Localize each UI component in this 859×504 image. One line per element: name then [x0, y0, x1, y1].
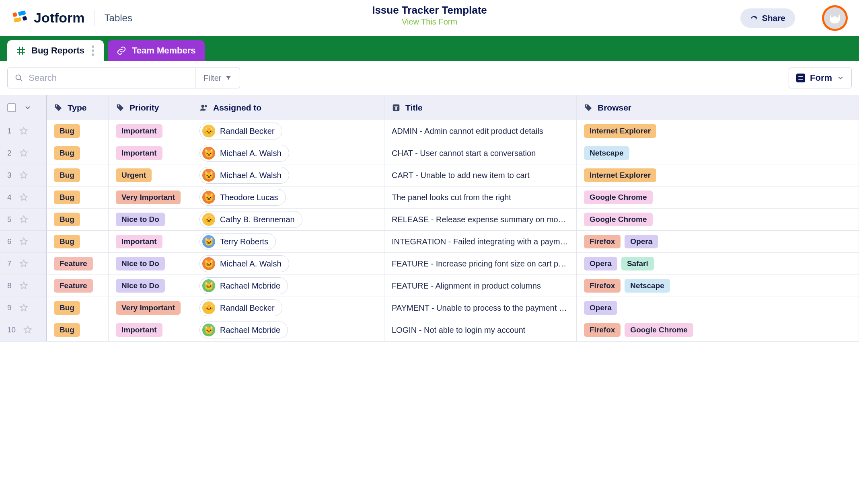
title-cell[interactable]: RELEASE - Release expense summary on mob…	[384, 209, 577, 231]
star-icon[interactable]	[19, 193, 29, 202]
table-row[interactable]: 5 BugNice to Do 🐱 Cathy B. Brenneman REL…	[0, 209, 859, 231]
search-input[interactable]	[29, 73, 188, 83]
row-number-cell[interactable]: 10	[0, 319, 47, 341]
assignee-pill[interactable]: 🐱 Michael A. Walsh	[199, 145, 289, 162]
priority-cell[interactable]: Very Important	[109, 186, 192, 209]
star-icon[interactable]	[19, 148, 29, 158]
page-title[interactable]: Issue Tracker Template	[372, 4, 487, 16]
table-row[interactable]: 8 FeatureNice to Do 🐱 Rachael Mcbride FE…	[0, 275, 859, 297]
select-all-checkbox[interactable]	[7, 103, 16, 112]
assigned-cell[interactable]: 🐱 Rachael Mcbride	[192, 275, 384, 297]
browser-cell[interactable]: FirefoxGoogle Chrome	[577, 319, 859, 341]
table-row[interactable]: 9 BugVery Important 🐱 Randall Becker PAY…	[0, 297, 859, 319]
col-header-type[interactable]: Type	[47, 95, 109, 120]
browser-cell[interactable]: Google Chrome	[577, 209, 859, 231]
col-header-browser[interactable]: Browser	[577, 95, 859, 120]
view-form-link[interactable]: View This Form	[372, 17, 487, 27]
row-number-cell[interactable]: 2	[0, 142, 47, 164]
assigned-cell[interactable]: 🐱 Michael A. Walsh	[192, 253, 384, 275]
browser-cell[interactable]: FirefoxOpera	[577, 231, 859, 253]
priority-cell[interactable]: Urgent	[109, 164, 192, 186]
assignee-pill[interactable]: 🐱 Terry Roberts	[199, 233, 276, 250]
tab-menu-icon[interactable]	[92, 45, 95, 56]
star-icon[interactable]	[19, 237, 29, 246]
type-cell[interactable]: Feature	[47, 275, 109, 297]
type-cell[interactable]: Bug	[47, 297, 109, 319]
type-cell[interactable]: Bug	[47, 186, 109, 209]
row-number-cell[interactable]: 7	[0, 253, 47, 275]
search-box[interactable]	[7, 68, 195, 88]
browser-cell[interactable]: Internet Explorer	[577, 120, 859, 142]
row-number-cell[interactable]: 3	[0, 164, 47, 186]
user-avatar[interactable]	[822, 5, 848, 31]
assigned-cell[interactable]: 🐱 Michael A. Walsh	[192, 164, 384, 186]
view-selector[interactable]: Form	[789, 68, 852, 88]
table-row[interactable]: 4 BugVery Important 🐱 Theodore Lucas The…	[0, 186, 859, 209]
row-number-cell[interactable]: 1	[0, 120, 47, 142]
table-row[interactable]: 10 BugImportant 🐱 Rachael Mcbride LOGIN …	[0, 319, 859, 341]
col-header-title[interactable]: Title	[384, 95, 577, 120]
logo[interactable]: Jotform	[11, 9, 85, 27]
star-icon[interactable]	[19, 126, 29, 136]
row-number-cell[interactable]: 4	[0, 186, 47, 209]
browser-cell[interactable]: Internet Explorer	[577, 164, 859, 186]
title-cell[interactable]: INTEGRATION - Failed integrating with a …	[384, 231, 577, 253]
assigned-cell[interactable]: 🐱 Theodore Lucas	[192, 186, 384, 209]
browser-cell[interactable]: Opera	[577, 297, 859, 319]
title-cell[interactable]: CHAT - User cannot start a conversation	[384, 142, 577, 164]
type-cell[interactable]: Feature	[47, 253, 109, 275]
col-header-assigned[interactable]: Assigned to	[192, 95, 384, 120]
assignee-pill[interactable]: 🐱 Randall Becker	[199, 123, 282, 139]
star-icon[interactable]	[19, 303, 29, 313]
priority-cell[interactable]: Nice to Do	[109, 275, 192, 297]
tab-bug-reports[interactable]: Bug Reports	[7, 40, 104, 61]
title-cell[interactable]: LOGIN - Not able to login my account	[384, 319, 577, 341]
title-cell[interactable]: ADMIN - Admin cannot edit product detail…	[384, 120, 577, 142]
row-number-cell[interactable]: 6	[0, 231, 47, 253]
assignee-pill[interactable]: 🐱 Rachael Mcbride	[199, 277, 288, 294]
row-number-cell[interactable]: 8	[0, 275, 47, 297]
assigned-cell[interactable]: 🐱 Randall Becker	[192, 120, 384, 142]
type-cell[interactable]: Bug	[47, 164, 109, 186]
star-icon[interactable]	[19, 215, 29, 224]
assigned-cell[interactable]: 🐱 Michael A. Walsh	[192, 142, 384, 164]
priority-cell[interactable]: Important	[109, 231, 192, 253]
star-icon[interactable]	[19, 259, 29, 268]
assignee-pill[interactable]: 🐱 Randall Becker	[199, 299, 282, 316]
browser-cell[interactable]: Netscape	[577, 142, 859, 164]
assignee-pill[interactable]: 🐱 Michael A. Walsh	[199, 255, 289, 272]
brand-subtitle[interactable]: Tables	[105, 12, 132, 24]
table-row[interactable]: 3 BugUrgent 🐱 Michael A. Walsh CART - Un…	[0, 164, 859, 186]
title-cell[interactable]: FEATURE - Increase pricing font size on …	[384, 253, 577, 275]
assignee-pill[interactable]: 🐱 Cathy B. Brenneman	[199, 211, 302, 228]
star-icon[interactable]	[23, 325, 33, 335]
star-icon[interactable]	[19, 170, 29, 180]
type-cell[interactable]: Bug	[47, 120, 109, 142]
priority-cell[interactable]: Important	[109, 319, 192, 341]
priority-cell[interactable]: Important	[109, 142, 192, 164]
browser-cell[interactable]: OperaSafari	[577, 253, 859, 275]
assigned-cell[interactable]: 🐱 Rachael Mcbride	[192, 319, 384, 341]
assignee-pill[interactable]: 🐱 Michael A. Walsh	[199, 167, 289, 184]
table-row[interactable]: 6 BugImportant 🐱 Terry Roberts INTEGRATI…	[0, 231, 859, 253]
title-cell[interactable]: The panel looks cut from the right	[384, 186, 577, 209]
row-number-cell[interactable]: 9	[0, 297, 47, 319]
assignee-pill[interactable]: 🐱 Theodore Lucas	[199, 189, 286, 206]
row-number-cell[interactable]: 5	[0, 209, 47, 231]
type-cell[interactable]: Bug	[47, 231, 109, 253]
title-cell[interactable]: PAYMENT - Unable to process to the payme…	[384, 297, 577, 319]
title-cell[interactable]: FEATURE - Alignment in product columns	[384, 275, 577, 297]
assigned-cell[interactable]: 🐱 Cathy B. Brenneman	[192, 209, 384, 231]
star-icon[interactable]	[19, 281, 29, 291]
col-header-priority[interactable]: Priority	[109, 95, 192, 120]
filter-button[interactable]: Filter	[195, 68, 240, 88]
assigned-cell[interactable]: 🐱 Randall Becker	[192, 297, 384, 319]
table-row[interactable]: 2 BugImportant 🐱 Michael A. Walsh CHAT -…	[0, 142, 859, 164]
priority-cell[interactable]: Important	[109, 120, 192, 142]
title-cell[interactable]: CART - Unable to add new item to cart	[384, 164, 577, 186]
priority-cell[interactable]: Nice to Do	[109, 253, 192, 275]
priority-cell[interactable]: Very Important	[109, 297, 192, 319]
priority-cell[interactable]: Nice to Do	[109, 209, 192, 231]
type-cell[interactable]: Bug	[47, 209, 109, 231]
assigned-cell[interactable]: 🐱 Terry Roberts	[192, 231, 384, 253]
